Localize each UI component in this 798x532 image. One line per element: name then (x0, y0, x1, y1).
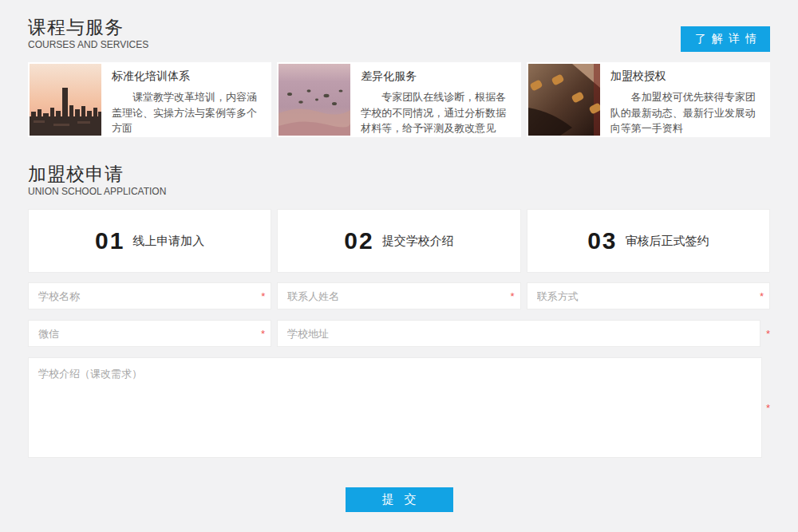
required-asterisk: * (261, 291, 265, 301)
school-address-field-wrap: * (277, 320, 770, 347)
learn-more-button[interactable]: 了解详情 (681, 26, 770, 52)
card-differentiated-service: 差异化服务 专家团队在线诊断，根据各学校的不同情况，通过分析数据材料等，给予评测… (277, 62, 520, 137)
required-asterisk: * (261, 329, 265, 339)
film-strip-image (528, 64, 600, 136)
wechat-field-wrap: * (28, 320, 271, 347)
submit-button[interactable]: 提交 (346, 487, 453, 512)
step-label: 提交学校介绍 (382, 234, 454, 249)
course-cards-row: 标准化培训体系 课堂教学改革培训，内容涵盖理论、实操方法与案例等多个方面 (28, 62, 770, 137)
step-number: 02 (344, 227, 373, 254)
card-text: 各加盟校可优先获得专家团队的最新动态、最新行业发展动向等第一手资料 (610, 89, 760, 136)
card-text: 课堂教学改革培训，内容涵盖理论、实操方法与案例等多个方面 (112, 89, 262, 136)
city-skyline-image (30, 64, 101, 136)
card-body: 标准化培训体系 课堂教学改革培训，内容涵盖理论、实操方法与案例等多个方面 (101, 64, 270, 136)
step-label: 线上申请加入 (132, 234, 204, 249)
courses-heading-block: 课程与服务 COURSES AND SERVICES (28, 17, 148, 50)
courses-title: 课程与服务 (28, 17, 148, 37)
form-row-1: * * * (28, 282, 770, 309)
submit-row: 提交 (28, 487, 770, 512)
step-label: 审核后正式签约 (626, 234, 709, 249)
required-asterisk: * (760, 291, 764, 301)
card-body: 差异化服务 专家团队在线诊断，根据各学校的不同情况，通过分析数据材料等，给予评测… (350, 64, 519, 136)
required-asterisk: * (511, 291, 515, 301)
card-title: 标准化培训体系 (112, 69, 262, 84)
step-number: 03 (587, 227, 617, 254)
card-body: 加盟校授权 各加盟校可优先获得专家团队的最新动态、最新行业发展动向等第一手资料 (600, 64, 768, 136)
school-introduction-field-wrap: * (28, 357, 770, 458)
school-introduction-textarea[interactable] (28, 357, 762, 458)
card-title: 加盟校授权 (610, 69, 760, 84)
contact-name-field-wrap: * (277, 282, 520, 309)
form-row-2: * * (28, 320, 770, 347)
step-submit-introduction: 02 提交学校介绍 (277, 209, 520, 273)
required-asterisk: * (766, 329, 770, 339)
card-text: 专家团队在线诊断，根据各学校的不同情况，通过分析数据材料等，给予评测及教改意见 (361, 89, 511, 136)
required-asterisk: * (766, 403, 770, 413)
step-number: 01 (95, 227, 124, 254)
contact-method-field-wrap: * (527, 282, 770, 309)
application-steps-row: 01 线上申请加入 02 提交学校介绍 03 审核后正式签约 (28, 209, 770, 273)
courses-section-header: 课程与服务 COURSES AND SERVICES 了解详情 (28, 0, 770, 52)
desert-dunes-image (279, 64, 350, 136)
application-section-header: 加盟校申请 UNION SCHOOL APPLICATION (28, 164, 770, 197)
school-name-input[interactable] (28, 282, 271, 309)
contact-method-input[interactable] (527, 282, 770, 309)
courses-subtitle: COURSES AND SERVICES (28, 39, 148, 50)
school-address-input[interactable] (277, 320, 760, 347)
application-title: 加盟校申请 (28, 164, 770, 184)
contact-name-input[interactable] (277, 282, 520, 309)
card-standardized-training: 标准化培训体系 课堂教学改革培训，内容涵盖理论、实操方法与案例等多个方面 (28, 62, 271, 137)
step-apply-online: 01 线上申请加入 (28, 209, 271, 273)
wechat-input[interactable] (28, 320, 271, 347)
application-form: * * * * * * 提交 (28, 282, 770, 512)
page-container: 课程与服务 COURSES AND SERVICES 了解详情 (28, 0, 770, 512)
step-sign-contract: 03 审核后正式签约 (527, 209, 770, 273)
card-title: 差异化服务 (361, 69, 511, 84)
school-name-field-wrap: * (28, 282, 271, 309)
card-franchise-authorization: 加盟校授权 各加盟校可优先获得专家团队的最新动态、最新行业发展动向等第一手资料 (527, 62, 770, 137)
application-subtitle: UNION SCHOOL APPLICATION (28, 186, 770, 197)
